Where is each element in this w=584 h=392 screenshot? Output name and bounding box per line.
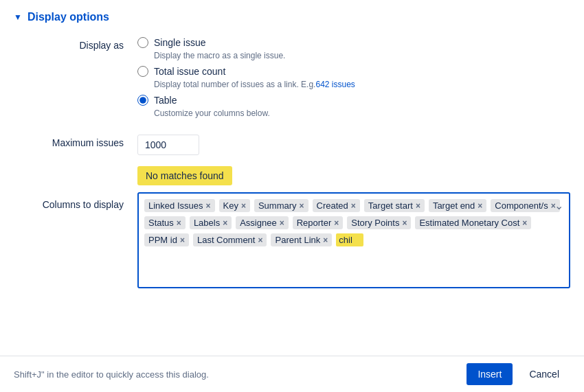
maximum-issues-input[interactable]	[137, 135, 199, 155]
insert-button[interactable]: Insert	[467, 363, 513, 385]
radio-single-issue-label: Single issue	[154, 37, 206, 48]
columns-control: Linked Issues×Key×Summary×Created×Target…	[137, 192, 570, 288]
tag-remove-icon[interactable]: ×	[522, 219, 527, 227]
tag: PPM id×	[144, 233, 189, 246]
tag: Labels×	[190, 216, 232, 229]
radio-single-issue[interactable]: Single issue	[137, 37, 570, 48]
tag: Assignee×	[236, 216, 289, 229]
no-matches-banner: No matches found	[137, 166, 232, 185]
radio-table-input[interactable]	[137, 95, 148, 106]
footer-buttons: Insert Cancel	[467, 363, 570, 385]
tag-remove-icon[interactable]: ×	[402, 219, 407, 227]
display-as-label: Display as	[14, 37, 137, 51]
tag: Story Points×	[347, 216, 411, 229]
tag-remove-icon[interactable]: ×	[258, 236, 262, 244]
tag-remove-icon[interactable]: ×	[206, 202, 211, 210]
maximum-issues-control	[137, 135, 570, 155]
table-hint: Customize your columns below.	[154, 108, 570, 118]
tag: Created×	[313, 199, 360, 212]
maximum-issues-row: Maximum issues	[14, 135, 570, 155]
radio-total-count-input[interactable]	[137, 66, 148, 77]
tag: Status×	[144, 216, 186, 229]
tag: Key×	[219, 199, 250, 212]
tag-remove-icon[interactable]: ×	[351, 202, 356, 210]
tag-remove-icon[interactable]: ×	[323, 236, 328, 244]
tag: Summary×	[254, 199, 308, 212]
tag: Last Comment×	[193, 233, 267, 246]
no-matches-container: No matches found	[137, 166, 570, 189]
tag: Parent Link×	[271, 233, 332, 246]
footer: Shift+J" in the editor to quickly access…	[0, 356, 584, 392]
tag-remove-icon[interactable]: ×	[334, 219, 339, 227]
tag-remove-icon[interactable]: ×	[300, 202, 304, 210]
total-count-hint: Display total number of issues as a link…	[154, 80, 570, 89]
tag-remove-icon[interactable]: ×	[241, 202, 246, 210]
radio-total-count[interactable]: Total issue count	[137, 66, 570, 77]
tag: Linked Issues×	[144, 199, 215, 212]
tag-remove-icon[interactable]: ×	[180, 236, 185, 244]
tag: Reporter×	[293, 216, 344, 229]
tag-remove-icon[interactable]: ×	[280, 219, 284, 227]
tag-remove-icon[interactable]: ×	[177, 219, 181, 227]
radio-single-issue-input[interactable]	[137, 37, 148, 48]
columns-label: Columns to display	[14, 192, 137, 210]
footer-hint: Shift+J" in the editor to quickly access…	[14, 369, 209, 380]
display-as-row: Display as Single issue Display the macr…	[14, 37, 570, 124]
section-header: ▼ Display options	[14, 11, 570, 23]
tag: Target start×	[364, 199, 425, 212]
columns-row: Columns to display Linked Issues×Key×Sum…	[14, 192, 570, 288]
tags-row: Linked Issues×Key×Summary×Created×Target…	[144, 199, 563, 246]
tag-remove-icon[interactable]: ×	[416, 202, 420, 210]
single-issue-hint: Display the macro as a single issue.	[154, 51, 570, 60]
tag-remove-icon[interactable]: ×	[478, 202, 482, 210]
radio-table[interactable]: Table	[137, 95, 570, 106]
tag: Estimated Monetary Cost×	[415, 216, 531, 229]
section-title: Display options	[27, 11, 109, 23]
chevron-icon[interactable]: ▼	[14, 12, 22, 22]
maximum-issues-label: Maximum issues	[14, 135, 137, 148]
total-count-link[interactable]: 642 issues	[315, 80, 355, 89]
tag-remove-icon[interactable]: ×	[223, 219, 227, 227]
tag: Component/s×	[491, 199, 559, 212]
tags-input-box[interactable]: Linked Issues×Key×Summary×Created×Target…	[137, 192, 570, 288]
tag: Target end×	[429, 199, 486, 212]
tag-current-input[interactable]: chil	[336, 233, 363, 246]
radio-table-label: Table	[154, 95, 177, 106]
display-as-control: Single issue Display the macro as a sing…	[137, 37, 570, 124]
dropdown-arrow-icon[interactable]: ⌄	[554, 199, 563, 212]
cancel-button[interactable]: Cancel	[518, 363, 570, 385]
radio-total-count-label: Total issue count	[154, 66, 225, 77]
